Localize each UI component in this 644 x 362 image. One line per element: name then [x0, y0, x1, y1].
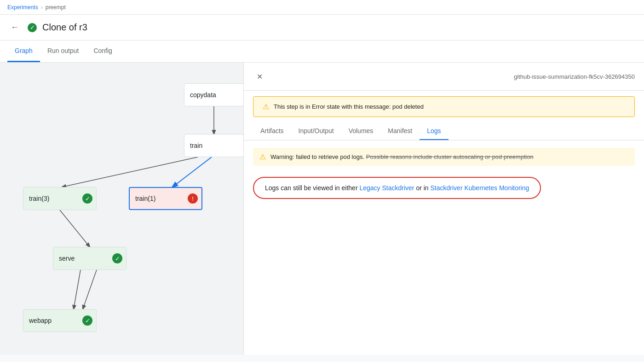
node-serve-badge: ✓: [112, 253, 122, 263]
warning-icon: ⚠: [263, 102, 269, 111]
close-button[interactable]: ✕: [253, 70, 266, 83]
detail-tab-inputoutput[interactable]: Input/Output: [291, 123, 341, 140]
tab-config[interactable]: Config: [86, 40, 119, 62]
warning-icon-2: ⚠: [259, 152, 266, 161]
node-train3-badge: ✓: [82, 193, 92, 204]
breadcrumb: Experiments › preempt: [7, 4, 66, 11]
stackdriver-k8s-link[interactable]: Stackdriver Kubernetes Monitoring: [431, 184, 529, 192]
svg-line-3: [60, 210, 90, 247]
breadcrumb-preempt: preempt: [46, 4, 66, 11]
main-content: copydata train train(3) ✓ train(1) ! ser…: [0, 63, 644, 355]
logs-panel: ⚠ Warning: failed to retrieve pod logs. …: [244, 140, 644, 355]
node-train3[interactable]: train(3) ✓: [23, 187, 97, 210]
svg-line-2: [172, 157, 212, 187]
page-title: Clone of r3: [42, 22, 87, 33]
detail-tab-manifest[interactable]: Manifest: [380, 123, 420, 140]
status-icon: ✓: [28, 23, 37, 32]
node-train1[interactable]: train(1) !: [129, 187, 202, 210]
logs-oval-highlight: Logs can still be viewed in either Legac…: [253, 177, 541, 199]
header-row: ← ✓ Clone of r3: [0, 15, 644, 41]
breadcrumb-separator: ›: [41, 4, 43, 11]
node-train1-badge: !: [188, 193, 198, 204]
detail-panel: ✕ github-issue-summarization-fk5cv-36269…: [244, 63, 644, 355]
node-copydata[interactable]: copydata: [184, 83, 244, 106]
svg-line-4: [74, 270, 80, 309]
breadcrumb-experiments[interactable]: Experiments: [7, 4, 38, 11]
graph-canvas: copydata train train(3) ✓ train(1) ! ser…: [0, 63, 243, 355]
error-banner: ⚠ This step is in Error state with this …: [253, 96, 635, 117]
detail-tab-artifacts[interactable]: Artifacts: [253, 123, 291, 140]
tabs-row: Graph Run output Config: [0, 41, 644, 63]
detail-tab-volumes[interactable]: Volumes: [341, 123, 381, 140]
node-serve[interactable]: serve ✓: [53, 247, 126, 270]
tab-run-output[interactable]: Run output: [40, 40, 86, 62]
back-button[interactable]: ←: [7, 20, 22, 35]
run-id: github-issue-summarization-fk5cv-3626943…: [514, 73, 635, 80]
detail-tab-logs[interactable]: Logs: [420, 123, 448, 140]
svg-line-5: [83, 270, 97, 309]
detail-tabs: Artifacts Input/Output Volumes Manifest …: [244, 123, 644, 140]
node-train[interactable]: train: [184, 134, 244, 157]
legacy-stackdriver-link[interactable]: Legacy Stackdriver: [359, 184, 414, 192]
graph-panel: copydata train train(3) ✓ train(1) ! ser…: [0, 63, 244, 355]
node-webapp-badge: ✓: [82, 315, 92, 326]
error-message: This step is in Error state with this me…: [274, 103, 424, 110]
detail-header: ✕ github-issue-summarization-fk5cv-36269…: [244, 63, 644, 91]
logs-message: Logs can still be viewed in either Legac…: [265, 179, 529, 197]
tab-graph[interactable]: Graph: [7, 40, 40, 62]
node-webapp[interactable]: webapp ✓: [23, 309, 97, 332]
svg-line-1: [62, 157, 198, 187]
warning-text-logs: Warning: failed to retrieve pod logs. Po…: [270, 153, 534, 160]
logs-message-container: Logs can still be viewed in either Legac…: [253, 173, 635, 203]
warning-banner-logs: ⚠ Warning: failed to retrieve pod logs. …: [253, 148, 635, 166]
